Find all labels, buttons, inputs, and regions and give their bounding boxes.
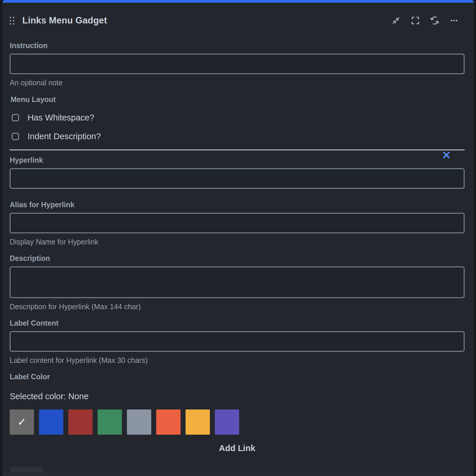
links-menu-gadget-panel: Links Menu Gadget [2,0,474,476]
color-swatch-list: ✓ [10,409,465,435]
bottom-edge-strip [2,472,474,476]
label-content-input[interactable] [10,331,465,352]
description-textarea[interactable] [10,266,465,298]
color-swatch-none-gray[interactable]: ✓ [10,409,34,435]
hyperlink-label: Hyperlink [10,150,465,164]
has-whitespace-label: Has Whitespace? [28,113,94,123]
refresh-icon[interactable] [430,16,439,25]
color-swatch-blue[interactable] [39,409,63,435]
checkbox-row-indent-description[interactable]: Indent Description? [10,132,465,141]
label-content-label: Label Content [10,319,465,327]
color-swatch-green[interactable] [98,409,122,435]
description-label: Description [10,254,465,263]
checkbox-row-has-whitespace[interactable]: Has Whitespace? [10,113,465,123]
alias-input[interactable] [10,213,465,233]
instruction-label: Instruction [10,41,465,50]
instruction-input[interactable] [10,54,465,74]
color-swatch-yellow[interactable] [186,409,210,435]
has-whitespace-checkbox[interactable] [12,114,19,121]
page-title: Links Menu Gadget [22,15,107,26]
drag-handle-icon[interactable] [10,17,14,25]
accent-top-bar [2,0,474,3]
remove-link-icon[interactable] [442,151,450,159]
label-color-label: Label Color [10,373,465,381]
color-swatch-purple[interactable] [215,409,239,435]
description-helper: Description for Hyperlink (Max 144 char) [10,302,465,311]
alias-label: Alias for Hyperlink [10,200,465,209]
alias-helper: Display Name for Hyperlink [10,238,465,246]
color-swatch-orange[interactable] [156,409,181,435]
color-swatch-slate[interactable] [127,409,151,435]
add-link-button[interactable]: Add Link [219,443,255,453]
indent-description-checkbox[interactable] [12,133,19,140]
gadget-header: Links Menu Gadget [10,13,465,28]
hyperlink-input[interactable] [10,168,465,189]
collapse-icon[interactable] [391,16,401,25]
indent-description-label: Indent Description? [28,132,101,141]
check-icon: ✓ [17,416,26,428]
color-swatch-red[interactable] [68,409,93,435]
fullscreen-icon[interactable] [411,16,420,25]
selected-color-text: Selected color: None [10,392,465,401]
more-options-icon[interactable] [449,16,459,25]
label-content-helper: Label content for Hyperlink (Max 30 char… [10,356,465,365]
link-entry-section: Hyperlink Alias for Hyperlink Display Na… [10,150,465,435]
instruction-helper: An optional note [10,79,465,87]
menu-layout-label: Menu Layout [11,95,465,104]
